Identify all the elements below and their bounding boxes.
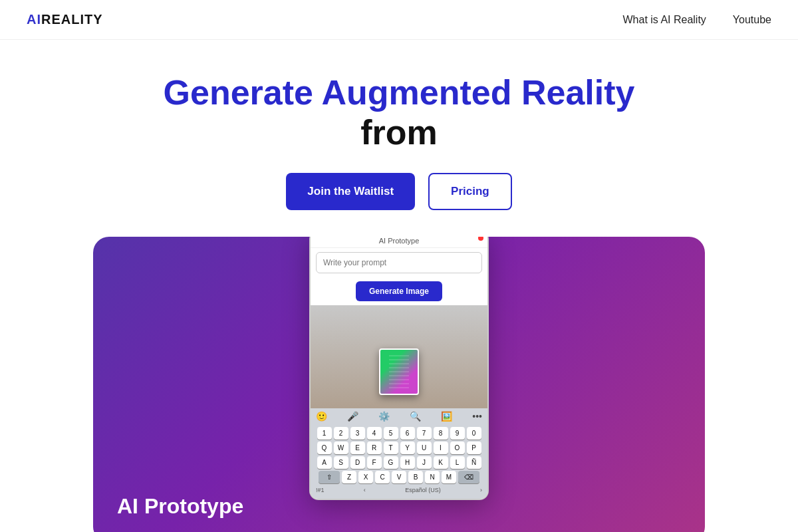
- key-s[interactable]: S: [334, 456, 348, 469]
- key-w[interactable]: W: [334, 442, 348, 454]
- ar-object-inner: [379, 348, 419, 395]
- nav-links: What is AI Reality Youtube: [622, 14, 771, 26]
- keyboard-asdf-row: A S D F G H J K L Ñ: [312, 456, 486, 469]
- key-p[interactable]: P: [467, 442, 481, 454]
- key-g[interactable]: G: [384, 456, 398, 469]
- phone-input-row: [311, 248, 487, 277]
- key-o[interactable]: O: [450, 442, 465, 454]
- key-6[interactable]: 6: [400, 427, 415, 440]
- key-x[interactable]: X: [358, 471, 373, 483]
- phone-camera-view: [311, 305, 487, 408]
- emoji-icon[interactable]: 🙂: [316, 411, 327, 422]
- gear-icon[interactable]: ⚙️: [378, 411, 390, 422]
- key-m[interactable]: M: [442, 471, 456, 483]
- more-icon[interactable]: •••: [472, 411, 482, 422]
- key-symbols[interactable]: !#1: [316, 487, 325, 493]
- key-right-arrow[interactable]: ›: [480, 487, 482, 493]
- keyboard: 1 2 3 4 5 6 7 8 9 0 Q W: [311, 424, 487, 499]
- key-3[interactable]: 3: [350, 427, 365, 440]
- key-l[interactable]: L: [450, 456, 465, 469]
- key-backspace[interactable]: ⌫: [458, 471, 479, 483]
- key-4[interactable]: 4: [367, 427, 382, 440]
- image-icon[interactable]: 🖼️: [441, 411, 452, 422]
- key-v[interactable]: V: [392, 471, 406, 483]
- keyboard-lang-row: !#1 ‹ Español (US) ›: [312, 485, 486, 496]
- mic-icon[interactable]: 🎤: [347, 411, 358, 422]
- keyboard-toolbar: 🙂 🎤 ⚙️ 🔍 🖼️ •••: [311, 408, 487, 424]
- logo[interactable]: AIREALITY: [27, 12, 103, 27]
- pricing-button[interactable]: Pricing: [428, 173, 512, 210]
- keyboard-number-row: 1 2 3 4 5 6 7 8 9 0: [312, 427, 486, 440]
- key-r[interactable]: R: [367, 442, 382, 454]
- key-i[interactable]: I: [434, 442, 448, 454]
- key-language: Español (US): [405, 487, 441, 493]
- ar-object: [379, 348, 419, 395]
- search-icon[interactable]: 🔍: [410, 411, 421, 422]
- phone-topbar: AI Prototype: [311, 237, 487, 248]
- phone-prompt-input[interactable]: [316, 252, 482, 273]
- nav-what-is-ai-reality[interactable]: What is AI Reality: [622, 14, 706, 26]
- key-c[interactable]: C: [375, 471, 390, 483]
- key-9[interactable]: 9: [450, 427, 465, 440]
- key-shift[interactable]: ⇧: [319, 471, 340, 483]
- phone-frame: AI Prototype Generate Image 🙂 �: [309, 237, 489, 500]
- phone-generate-button[interactable]: Generate Image: [356, 281, 442, 301]
- key-d[interactable]: D: [350, 456, 365, 469]
- demo-label: AI Prototype: [117, 494, 243, 519]
- logo-ai: AI: [27, 12, 41, 27]
- key-0[interactable]: 0: [467, 427, 481, 440]
- hero-headline: Generate Augmented Reality from: [13, 73, 785, 153]
- nav-youtube[interactable]: Youtube: [733, 14, 771, 26]
- hero-buttons: Join the Waitlist Pricing: [13, 173, 785, 210]
- key-7[interactable]: 7: [417, 427, 432, 440]
- key-8[interactable]: 8: [434, 427, 448, 440]
- key-b[interactable]: B: [408, 471, 423, 483]
- key-j[interactable]: J: [417, 456, 432, 469]
- hero-section: Generate Augmented Reality from Join the…: [0, 40, 798, 230]
- key-k[interactable]: K: [434, 456, 448, 469]
- logo-reality: REALITY: [41, 12, 103, 27]
- demo-wrapper: AI Prototype AI Prototype Generate Image: [93, 237, 705, 532]
- key-y[interactable]: Y: [400, 442, 415, 454]
- navbar: AIREALITY What is AI Reality Youtube: [0, 0, 798, 40]
- key-n[interactable]: N: [425, 471, 440, 483]
- join-waitlist-button[interactable]: Join the Waitlist: [286, 173, 415, 210]
- key-h[interactable]: H: [400, 456, 415, 469]
- key-a[interactable]: A: [317, 456, 332, 469]
- key-1[interactable]: 1: [317, 427, 332, 440]
- key-left-arrow[interactable]: ‹: [364, 487, 366, 493]
- key-q[interactable]: Q: [317, 442, 332, 454]
- key-t[interactable]: T: [384, 442, 398, 454]
- key-e[interactable]: E: [350, 442, 365, 454]
- keyboard-qwerty-row: Q W E R T Y U I O P: [312, 442, 486, 454]
- key-n-tilde[interactable]: Ñ: [467, 456, 481, 469]
- key-z[interactable]: Z: [342, 471, 356, 483]
- key-2[interactable]: 2: [334, 427, 348, 440]
- keyboard-bottom-row: ⇧ Z X C V B N M ⌫: [312, 471, 486, 483]
- key-u[interactable]: U: [417, 442, 432, 454]
- key-5[interactable]: 5: [384, 427, 398, 440]
- phone-mockup: AI Prototype Generate Image 🙂 �: [309, 237, 489, 500]
- key-f[interactable]: F: [367, 456, 382, 469]
